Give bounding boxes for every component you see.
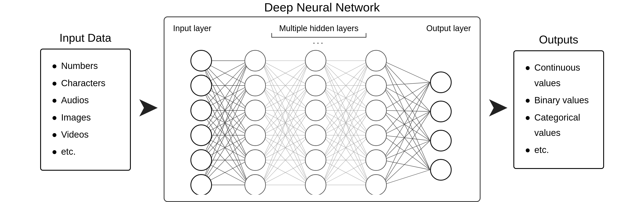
input-item-characters: ● Characters xyxy=(52,75,119,91)
svg-point-149 xyxy=(305,174,326,195)
svg-line-125 xyxy=(382,111,430,160)
output-item-etc: ● etc. xyxy=(525,142,592,157)
svg-point-136 xyxy=(191,150,212,170)
input-label-audios: Audios xyxy=(61,92,89,108)
diagram-container: Input Data ● Numbers ● Characters ● Audi… xyxy=(9,0,635,202)
output-label-binary: Binary values xyxy=(534,92,589,108)
output-item-categorical: ● Categorical values xyxy=(525,110,592,141)
input-item-images: ● Images xyxy=(52,110,119,125)
output-label-etc: etc. xyxy=(534,142,549,157)
right-arrow: ➤ xyxy=(487,96,507,119)
svg-line-112 xyxy=(382,82,430,86)
left-arrow: ➤ xyxy=(137,96,157,119)
svg-point-152 xyxy=(366,100,386,121)
svg-line-128 xyxy=(382,82,430,185)
svg-point-140 xyxy=(245,100,266,121)
input-box: ● Numbers ● Characters ● Audios ● Images… xyxy=(40,49,131,170)
svg-point-132 xyxy=(191,50,212,71)
svg-line-110 xyxy=(382,61,430,141)
svg-point-148 xyxy=(305,150,326,170)
output-title: Outputs xyxy=(539,33,578,46)
svg-point-141 xyxy=(245,125,266,146)
svg-point-133 xyxy=(191,75,212,96)
bullet-icon: ● xyxy=(52,110,57,125)
input-title: Input Data xyxy=(60,31,112,44)
hidden-layers-label: Multiple hidden layers xyxy=(279,24,358,33)
svg-point-154 xyxy=(366,150,386,170)
svg-line-127 xyxy=(382,160,430,170)
bullet-icon: ● xyxy=(52,58,57,73)
svg-point-144 xyxy=(305,50,326,71)
svg-point-139 xyxy=(245,75,266,96)
svg-point-134 xyxy=(191,100,212,121)
svg-point-151 xyxy=(366,75,386,96)
dots-label: ... xyxy=(313,36,325,46)
input-label-numbers: Numbers xyxy=(61,58,98,73)
input-item-etc: ● etc. xyxy=(52,144,119,159)
nn-section: Deep Neural Network Input layer Multiple… xyxy=(164,0,480,202)
input-item-audios: ● Audios xyxy=(52,92,119,108)
bullet-icon: ● xyxy=(52,127,57,142)
input-layer-label: Input layer xyxy=(173,24,211,46)
svg-line-109 xyxy=(382,61,430,111)
svg-point-157 xyxy=(430,101,451,122)
input-item-videos: ● Videos xyxy=(52,127,119,142)
bullet-icon: ● xyxy=(52,144,57,159)
input-label-images: Images xyxy=(61,110,91,125)
nn-wrapper: Input layer Multiple hidden layers ... O… xyxy=(164,17,480,202)
svg-line-130 xyxy=(382,141,430,185)
input-label-videos: Videos xyxy=(61,127,89,142)
output-label-categorical: Categorical values xyxy=(534,110,592,141)
svg-point-142 xyxy=(245,150,266,170)
svg-point-155 xyxy=(366,174,386,195)
bullet-icon: ● xyxy=(52,75,57,91)
svg-point-153 xyxy=(366,125,386,146)
output-item-continuous: ● Continuous values xyxy=(525,60,592,91)
input-label-characters: Characters xyxy=(61,75,105,91)
svg-point-158 xyxy=(430,130,451,151)
output-item-binary: ● Binary values xyxy=(525,92,592,108)
bracket-end-right xyxy=(366,33,366,37)
svg-point-146 xyxy=(305,100,326,121)
svg-line-108 xyxy=(382,61,430,82)
input-label-etc: etc. xyxy=(61,144,76,159)
input-section: Input Data ● Numbers ● Characters ● Audi… xyxy=(40,31,131,170)
svg-point-145 xyxy=(305,75,326,96)
svg-line-119 xyxy=(382,110,430,170)
input-item-numbers: ● Numbers xyxy=(52,58,119,73)
svg-point-137 xyxy=(191,174,212,195)
bullet-icon: ● xyxy=(525,110,530,125)
svg-point-159 xyxy=(430,159,451,180)
svg-point-156 xyxy=(430,72,451,93)
svg-point-143 xyxy=(245,174,266,195)
network-svg xyxy=(173,48,471,195)
bullet-icon: ● xyxy=(525,92,530,108)
bullet-icon: ● xyxy=(525,142,530,157)
svg-point-138 xyxy=(245,50,266,71)
svg-line-116 xyxy=(382,82,430,110)
output-layer-label: Output layer xyxy=(426,24,471,46)
nn-title: Deep Neural Network xyxy=(264,0,380,14)
nn-labels: Input layer Multiple hidden layers ... O… xyxy=(173,24,471,46)
svg-line-117 xyxy=(382,110,430,111)
bracket-end-left xyxy=(271,33,272,37)
bullet-icon: ● xyxy=(525,60,530,75)
bullet-icon: ● xyxy=(52,92,57,108)
svg-point-135 xyxy=(191,125,212,146)
output-section: Outputs ● Continuous values ● Binary val… xyxy=(514,33,604,169)
output-label-continuous: Continuous values xyxy=(534,60,592,91)
svg-point-150 xyxy=(366,50,386,71)
svg-point-147 xyxy=(305,125,326,146)
svg-line-131 xyxy=(382,170,430,185)
hidden-label-group: Multiple hidden layers ... xyxy=(271,24,366,46)
output-box: ● Continuous values ● Binary values ● Ca… xyxy=(514,50,604,169)
